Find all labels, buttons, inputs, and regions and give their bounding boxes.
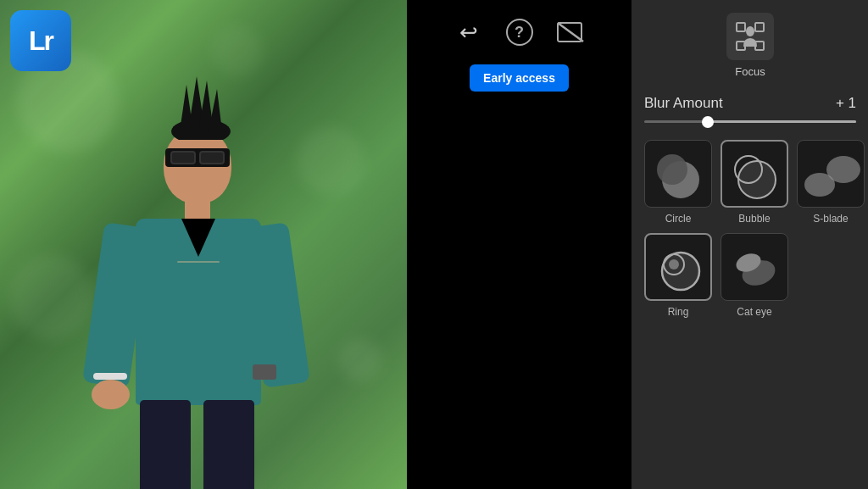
help-button[interactable]: ?: [503, 15, 537, 49]
undo-icon: ↩: [459, 19, 478, 46]
cateye-shape-svg: [725, 237, 784, 297]
focus-section: Focus: [644, 13, 856, 78]
bubble-label: Bubble: [738, 213, 770, 225]
blur-slider-fill: [708, 120, 856, 123]
blur-slider-thumb: [702, 116, 714, 128]
circle-label: Circle: [665, 213, 692, 225]
bubble-shape-svg: [725, 144, 784, 203]
no-preview-icon: [556, 19, 585, 45]
shape-ring-item[interactable]: Ring: [644, 233, 712, 318]
undo-button[interactable]: ↩: [452, 15, 486, 49]
circle-shape-svg: [648, 144, 708, 203]
svg-line-6: [558, 23, 583, 42]
shape-cateye-item[interactable]: Cat eye: [721, 233, 788, 318]
shape-sblade-item[interactable]: S-blade: [797, 140, 865, 225]
early-access-button[interactable]: Early access: [470, 64, 569, 92]
shape-ring-thumb: [644, 233, 712, 301]
shape-circle-item[interactable]: Circle: [644, 140, 712, 225]
middle-panel: ↩ ? Early access: [407, 0, 632, 489]
lr-logo-text: Lr: [29, 25, 53, 57]
svg-rect-7: [737, 23, 745, 31]
toolbar: ↩ ?: [407, 0, 632, 64]
blur-amount-section: Blur Amount + 1: [644, 95, 856, 123]
ring-shape-svg: [648, 237, 708, 297]
shapes-grid-bottom: Ring Cat eye: [644, 233, 856, 318]
blur-slider[interactable]: [644, 120, 856, 123]
photo-panel: Lr: [0, 0, 407, 489]
svg-point-20: [669, 259, 679, 270]
focus-label: Focus: [735, 65, 765, 78]
focus-icon: [735, 21, 765, 52]
ring-label: Ring: [668, 306, 689, 318]
focus-button[interactable]: [726, 13, 774, 60]
help-icon: ?: [506, 19, 533, 46]
svg-point-11: [746, 26, 754, 36]
cateye-label: Cat eye: [737, 306, 771, 318]
lr-logo: Lr: [10, 10, 71, 71]
right-panel: Focus Blur Amount + 1 Circle: [632, 0, 868, 489]
shape-cateye-thumb: [721, 233, 788, 301]
svg-point-17: [804, 173, 835, 197]
shape-circle-thumb: [644, 140, 712, 208]
blur-amount-value: + 1: [836, 95, 856, 112]
shape-bubble-item[interactable]: Bubble: [721, 140, 788, 225]
blur-amount-title: Blur Amount: [644, 95, 723, 112]
no-preview-button[interactable]: [554, 15, 587, 49]
shapes-grid-top: Circle Bubble S-blade: [644, 140, 856, 225]
shape-bubble-thumb: [721, 140, 788, 208]
photo-background: [0, 0, 407, 489]
shape-sblade-thumb: [797, 140, 865, 208]
svg-point-13: [657, 154, 687, 185]
blur-amount-header: Blur Amount + 1: [644, 95, 856, 112]
sblade-label: S-blade: [813, 213, 848, 225]
person-hair: [163, 76, 239, 140]
svg-rect-8: [755, 23, 764, 31]
sblade-shape-svg: [801, 144, 860, 203]
